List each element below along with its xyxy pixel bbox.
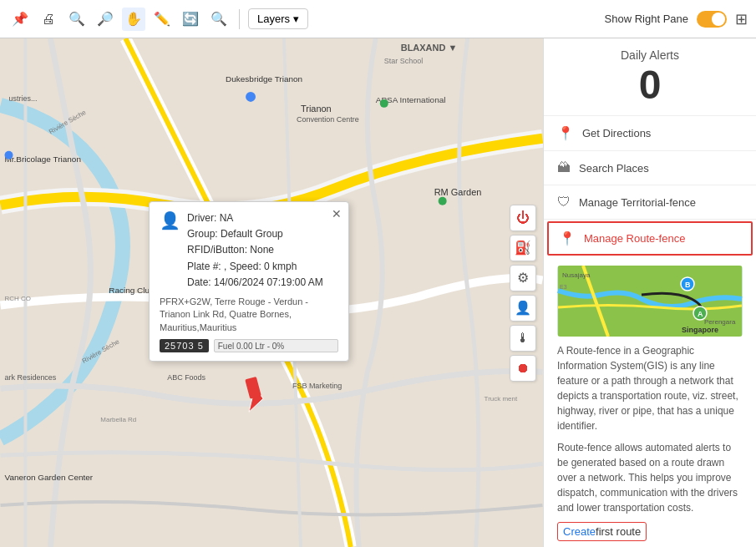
svg-text:ark Residences: ark Residences	[5, 373, 57, 382]
search-icon[interactable]: 🔍	[207, 8, 231, 31]
svg-text:Vaneron Garden Center: Vaneron Garden Center	[5, 473, 94, 482]
daily-alerts-title: Daily Alerts	[557, 48, 743, 62]
main-content: BLAXAND ▼ Star School Dukesbridge Triano…	[0, 38, 756, 547]
sidebar-item-get-directions-label: Get Directions	[582, 127, 651, 139]
svg-point-20	[246, 92, 256, 102]
sidebar-item-territorial-fence[interactable]: 🛡 Manage Territorial-fence	[544, 185, 756, 220]
route-fence-minimap: A B Nusajaya E3 Perengara Singapore	[557, 266, 743, 337]
fuel-label: Fuel 0.00 Ltr - 0%	[218, 342, 284, 351]
svg-text:Marbella Rd: Marbella Rd	[100, 416, 136, 423]
popup-header: 👤 Driver: NA Group: Default Group RFID/i…	[160, 210, 338, 291]
svg-point-23	[5, 151, 13, 160]
svg-text:Mr.Bricolage Trianon: Mr.Bricolage Trianon	[5, 154, 81, 164]
sidebar-item-territorial-fence-label: Manage Territorial-fence	[579, 196, 696, 209]
pan-icon[interactable]: ✋	[122, 8, 145, 31]
record-btn[interactable]: ⏺	[510, 355, 536, 382]
svg-text:A: A	[698, 310, 703, 318]
route-fence-desc1: A Route-fence in a Geographic Informatio…	[557, 343, 743, 433]
group-label: Group: Default Group	[187, 226, 323, 242]
svg-text:ustries...: ustries...	[9, 94, 38, 103]
popup-close-button[interactable]: ✕	[332, 207, 342, 220]
svg-text:Star School: Star School	[384, 57, 423, 65]
svg-text:Dukesbridge Trianon: Dukesbridge Trianon	[226, 74, 302, 84]
map-area[interactable]: BLAXAND ▼ Star School Dukesbridge Triano…	[0, 38, 543, 547]
print-icon[interactable]: 🖨	[37, 8, 60, 31]
svg-text:BLAXAND ▼: BLAXAND ▼	[401, 43, 458, 53]
plate-label: Plate #: , Speed: 0 kmph	[187, 259, 323, 275]
map-float-toolbar: ⏻ ⛽ ⚙ 👤 🌡 ⏺	[510, 205, 536, 382]
svg-text:ABC Foods: ABC Foods	[167, 373, 205, 382]
svg-text:E3: E3	[560, 284, 567, 290]
fuel-bar: Fuel 0.00 Ltr - 0%	[214, 339, 338, 352]
refresh-icon[interactable]: 🔄	[179, 8, 202, 31]
svg-text:Convention Centre: Convention Centre	[297, 115, 359, 124]
route-fence-minimap-svg: A B Nusajaya E3 Perengara Singapore	[557, 266, 743, 337]
route-fence-icon: 📍	[559, 230, 576, 246]
layers-button[interactable]: Layers ▾	[248, 8, 308, 29]
driver-label: Driver: NA	[187, 210, 323, 226]
right-controls: Show Right Pane ⊞	[605, 10, 748, 28]
zoom-in-icon[interactable]: 🔎	[94, 8, 117, 31]
svg-text:RM Garden: RM Garden	[434, 187, 482, 197]
svg-text:B: B	[685, 281, 691, 289]
territorial-fence-icon: 🛡	[557, 195, 571, 210]
route-fence-section: A B Nusajaya E3 Perengara Singapore A Ro…	[544, 257, 756, 547]
sidebar-item-search-places-label: Search Places	[579, 162, 649, 175]
create-black-text: first route	[596, 525, 641, 538]
create-blue-text: Create	[563, 525, 596, 538]
sidebar-item-get-directions[interactable]: 📍 Get Directions	[544, 116, 756, 151]
daily-alerts-count: 0	[557, 65, 743, 105]
show-right-pane-label: Show Right Pane	[605, 13, 688, 25]
right-pane-toggle[interactable]	[697, 11, 727, 28]
sidebar-item-route-fence[interactable]: 📍 Manage Route-fence	[547, 221, 753, 256]
sidebar-item-route-fence-label: Manage Route-fence	[584, 232, 685, 245]
odometer-row: 25703 5 Fuel 0.00 Ltr - 0%	[160, 339, 338, 352]
svg-text:FSB Marketing: FSB Marketing	[292, 382, 342, 390]
popup-vehicle-info: Driver: NA Group: Default Group RFID/iBu…	[187, 210, 323, 291]
svg-point-21	[380, 99, 388, 108]
svg-text:RCH CO: RCH CO	[5, 295, 31, 302]
grid-icon[interactable]: ⊞	[735, 10, 748, 28]
layers-label: Layers	[257, 13, 290, 25]
daily-alerts-section: Daily Alerts 0	[544, 38, 756, 116]
right-pane: Daily Alerts 0 📍 Get Directions 🏔 Search…	[543, 38, 756, 547]
main-toolbar: 📌 🖨 🔍 🔎 ✋ ✏️ 🔄 🔍 Layers ▾ Show Right Pan…	[0, 0, 756, 38]
chevron-down-icon: ▾	[293, 13, 299, 25]
separator	[239, 9, 240, 29]
driver-icon-btn[interactable]: 👤	[510, 295, 536, 322]
svg-text:Perengara: Perengara	[704, 318, 736, 326]
fuel-icon-btn[interactable]: ⛽	[510, 235, 536, 261]
date-label: Date: 14/06/2024 07:19:00 AM	[187, 275, 323, 291]
svg-text:Trianon: Trianon	[301, 104, 332, 114]
route-fence-desc2: Route-fence allows automated alerts to b…	[557, 440, 743, 515]
directions-icon: 📍	[557, 125, 574, 141]
odometer-value: 25703 5	[160, 339, 209, 352]
temp-icon-btn[interactable]: 🌡	[510, 325, 536, 352]
rfid-label: RFID/iButton: None	[187, 242, 323, 258]
search-places-icon: 🏔	[557, 160, 571, 175]
sidebar-item-search-places[interactable]: 🏔 Search Places	[544, 151, 756, 185]
pin-icon[interactable]: 📌	[8, 8, 32, 31]
person-icon: 👤	[160, 210, 180, 230]
svg-point-22	[439, 197, 447, 205]
svg-text:Singapore: Singapore	[682, 326, 718, 334]
draw-icon[interactable]: ✏️	[150, 8, 174, 31]
zoom-out-icon[interactable]: 🔍	[65, 8, 89, 31]
power-button[interactable]: ⏻	[510, 205, 536, 231]
popup-address: PFRX+G2W, Terre Rouge - Verdun - Trianon…	[160, 296, 338, 334]
settings-icon-btn[interactable]: ⚙	[510, 265, 536, 291]
create-route-link[interactable]: Createfirst route	[557, 522, 647, 541]
svg-text:Nusajaya: Nusajaya	[562, 271, 591, 279]
svg-text:Truck ment: Truck ment	[485, 395, 518, 403]
vehicle-popup: 👤 Driver: NA Group: Default Group RFID/i…	[149, 201, 349, 362]
